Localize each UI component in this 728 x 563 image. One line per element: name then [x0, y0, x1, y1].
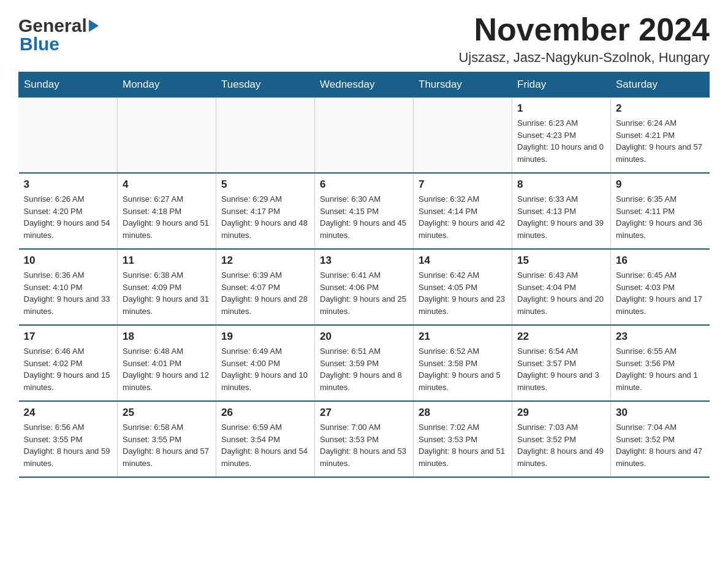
weekday-header-saturday: Saturday [611, 72, 710, 98]
day-info: Sunrise: 6:45 AM Sunset: 4:03 PM Dayligh… [616, 269, 705, 317]
day-number: 3 [24, 178, 113, 191]
day-info: Sunrise: 7:04 AM Sunset: 3:52 PM Dayligh… [616, 421, 705, 469]
day-info: Sunrise: 6:27 AM Sunset: 4:18 PM Dayligh… [123, 193, 211, 241]
title-block: November 2024 Ujszasz, Jasz-Nagykun-Szol… [458, 12, 710, 66]
calendar-week-row: 3Sunrise: 6:26 AM Sunset: 4:20 PM Daylig… [19, 173, 710, 249]
day-info: Sunrise: 6:56 AM Sunset: 3:55 PM Dayligh… [24, 421, 113, 469]
calendar-cell: 18Sunrise: 6:48 AM Sunset: 4:01 PM Dayli… [118, 325, 216, 401]
day-info: Sunrise: 6:51 AM Sunset: 3:59 PM Dayligh… [320, 345, 408, 393]
calendar-cell: 25Sunrise: 6:58 AM Sunset: 3:55 PM Dayli… [118, 401, 216, 477]
calendar-cell: 16Sunrise: 6:45 AM Sunset: 4:03 PM Dayli… [611, 249, 710, 325]
day-number: 22 [517, 331, 605, 343]
calendar-cell: 17Sunrise: 6:46 AM Sunset: 4:02 PM Dayli… [19, 325, 118, 401]
calendar-header: SundayMondayTuesdayWednesdayThursdayFrid… [19, 72, 710, 98]
day-number: 29 [517, 407, 605, 419]
calendar-cell: 29Sunrise: 7:03 AM Sunset: 3:52 PM Dayli… [512, 401, 611, 477]
weekday-header-sunday: Sunday [19, 72, 118, 98]
day-number: 7 [419, 178, 507, 191]
day-info: Sunrise: 6:41 AM Sunset: 4:06 PM Dayligh… [320, 269, 408, 317]
weekday-header-wednesday: Wednesday [315, 72, 414, 98]
calendar-table: SundayMondayTuesdayWednesdayThursdayFrid… [18, 72, 710, 478]
day-number: 12 [221, 255, 309, 267]
calendar-cell [118, 98, 216, 174]
logo-blue-text: Blue [18, 34, 59, 55]
calendar-cell: 11Sunrise: 6:38 AM Sunset: 4:09 PM Dayli… [118, 249, 216, 325]
calendar-cell: 12Sunrise: 6:39 AM Sunset: 4:07 PM Dayli… [216, 249, 315, 325]
day-info: Sunrise: 6:52 AM Sunset: 3:58 PM Dayligh… [419, 345, 507, 393]
calendar-cell: 13Sunrise: 6:41 AM Sunset: 4:06 PM Dayli… [315, 249, 414, 325]
weekday-header-friday: Friday [512, 72, 611, 98]
day-info: Sunrise: 6:36 AM Sunset: 4:10 PM Dayligh… [24, 269, 113, 317]
day-number: 20 [320, 331, 408, 343]
calendar-cell: 4Sunrise: 6:27 AM Sunset: 4:18 PM Daylig… [118, 173, 216, 249]
weekday-header-tuesday: Tuesday [216, 72, 315, 98]
day-info: Sunrise: 6:30 AM Sunset: 4:15 PM Dayligh… [320, 193, 408, 241]
day-number: 26 [221, 407, 309, 419]
day-number: 23 [616, 331, 705, 343]
day-number: 4 [123, 178, 211, 191]
month-title: November 2024 [458, 12, 710, 47]
day-info: Sunrise: 7:02 AM Sunset: 3:53 PM Dayligh… [419, 421, 507, 469]
day-info: Sunrise: 6:26 AM Sunset: 4:20 PM Dayligh… [24, 193, 113, 241]
day-number: 27 [320, 407, 408, 419]
day-number: 18 [123, 331, 211, 343]
day-number: 30 [616, 407, 705, 419]
day-info: Sunrise: 6:39 AM Sunset: 4:07 PM Dayligh… [221, 269, 309, 317]
calendar-cell: 28Sunrise: 7:02 AM Sunset: 3:53 PM Dayli… [414, 401, 512, 477]
logo-line1: General [18, 15, 99, 36]
day-info: Sunrise: 7:00 AM Sunset: 3:53 PM Dayligh… [320, 421, 408, 469]
day-number: 9 [616, 178, 705, 191]
day-info: Sunrise: 6:32 AM Sunset: 4:14 PM Dayligh… [419, 193, 507, 241]
calendar-cell: 30Sunrise: 7:04 AM Sunset: 3:52 PM Dayli… [611, 401, 710, 477]
day-number: 16 [616, 255, 705, 267]
calendar-cell: 8Sunrise: 6:33 AM Sunset: 4:13 PM Daylig… [512, 173, 611, 249]
day-info: Sunrise: 7:03 AM Sunset: 3:52 PM Dayligh… [517, 421, 605, 469]
calendar-cell [216, 98, 315, 174]
calendar-week-row: 1Sunrise: 6:23 AM Sunset: 4:23 PM Daylig… [19, 98, 710, 174]
day-info: Sunrise: 6:58 AM Sunset: 3:55 PM Dayligh… [123, 421, 211, 469]
day-info: Sunrise: 6:54 AM Sunset: 3:57 PM Dayligh… [517, 345, 605, 393]
calendar-cell: 26Sunrise: 6:59 AM Sunset: 3:54 PM Dayli… [216, 401, 315, 477]
day-info: Sunrise: 6:43 AM Sunset: 4:04 PM Dayligh… [517, 269, 605, 317]
calendar-cell: 20Sunrise: 6:51 AM Sunset: 3:59 PM Dayli… [315, 325, 414, 401]
page-header: General Blue November 2024 Ujszasz, Jasz… [18, 12, 710, 66]
day-number: 11 [123, 255, 211, 267]
day-info: Sunrise: 6:42 AM Sunset: 4:05 PM Dayligh… [419, 269, 507, 317]
day-number: 28 [419, 407, 507, 419]
day-info: Sunrise: 6:35 AM Sunset: 4:11 PM Dayligh… [616, 193, 705, 241]
day-number: 15 [517, 255, 605, 267]
calendar-cell: 15Sunrise: 6:43 AM Sunset: 4:04 PM Dayli… [512, 249, 611, 325]
calendar-cell: 5Sunrise: 6:29 AM Sunset: 4:17 PM Daylig… [216, 173, 315, 249]
logo-general-text: General [18, 15, 87, 36]
calendar-cell: 22Sunrise: 6:54 AM Sunset: 3:57 PM Dayli… [512, 325, 611, 401]
day-number: 10 [24, 255, 113, 267]
calendar-cell: 9Sunrise: 6:35 AM Sunset: 4:11 PM Daylig… [611, 173, 710, 249]
day-info: Sunrise: 6:33 AM Sunset: 4:13 PM Dayligh… [517, 193, 605, 241]
day-number: 21 [419, 331, 507, 343]
calendar-week-row: 24Sunrise: 6:56 AM Sunset: 3:55 PM Dayli… [19, 401, 710, 477]
weekday-header-monday: Monday [118, 72, 216, 98]
calendar-cell: 19Sunrise: 6:49 AM Sunset: 4:00 PM Dayli… [216, 325, 315, 401]
day-number: 5 [221, 178, 309, 191]
day-info: Sunrise: 6:24 AM Sunset: 4:21 PM Dayligh… [616, 117, 705, 165]
calendar-cell: 6Sunrise: 6:30 AM Sunset: 4:15 PM Daylig… [315, 173, 414, 249]
day-number: 19 [221, 331, 309, 343]
day-info: Sunrise: 6:29 AM Sunset: 4:17 PM Dayligh… [221, 193, 309, 241]
day-number: 25 [123, 407, 211, 419]
day-number: 13 [320, 255, 408, 267]
calendar-body: 1Sunrise: 6:23 AM Sunset: 4:23 PM Daylig… [19, 98, 710, 478]
calendar-cell: 21Sunrise: 6:52 AM Sunset: 3:58 PM Dayli… [414, 325, 512, 401]
calendar-cell: 27Sunrise: 7:00 AM Sunset: 3:53 PM Dayli… [315, 401, 414, 477]
calendar-cell: 7Sunrise: 6:32 AM Sunset: 4:14 PM Daylig… [414, 173, 512, 249]
calendar-cell [414, 98, 512, 174]
day-info: Sunrise: 6:49 AM Sunset: 4:00 PM Dayligh… [221, 345, 309, 393]
calendar-cell: 24Sunrise: 6:56 AM Sunset: 3:55 PM Dayli… [19, 401, 118, 477]
day-number: 2 [616, 102, 705, 115]
calendar-cell: 1Sunrise: 6:23 AM Sunset: 4:23 PM Daylig… [512, 98, 611, 174]
day-info: Sunrise: 6:59 AM Sunset: 3:54 PM Dayligh… [221, 421, 309, 469]
location-title: Ujszasz, Jasz-Nagykun-Szolnok, Hungary [458, 50, 710, 66]
calendar-cell: 3Sunrise: 6:26 AM Sunset: 4:20 PM Daylig… [19, 173, 118, 249]
calendar-cell: 10Sunrise: 6:36 AM Sunset: 4:10 PM Dayli… [19, 249, 118, 325]
day-info: Sunrise: 6:55 AM Sunset: 3:56 PM Dayligh… [616, 345, 705, 393]
weekday-header-thursday: Thursday [414, 72, 512, 98]
